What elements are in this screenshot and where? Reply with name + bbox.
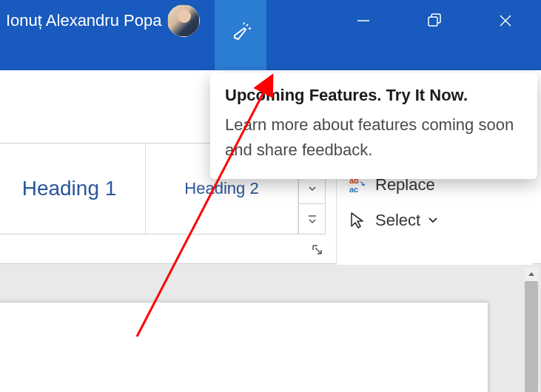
scroll-up-button[interactable] <box>525 268 538 281</box>
scroll-thumb[interactable] <box>525 281 538 392</box>
window-controls <box>328 0 541 41</box>
style-heading-1[interactable]: Heading 1 <box>0 143 146 234</box>
style-heading-1-label: Heading 1 <box>22 177 117 200</box>
close-button[interactable] <box>470 0 541 41</box>
upcoming-features-button[interactable] <box>215 0 266 70</box>
svg-text:ac: ac <box>349 185 358 194</box>
chevron-down-icon <box>428 215 438 226</box>
styles-expand[interactable] <box>299 204 325 234</box>
account-avatar[interactable] <box>167 4 200 37</box>
document-canvas[interactable] <box>0 265 541 392</box>
dialog-launcher-icon <box>311 243 324 257</box>
svg-line-0 <box>246 24 248 26</box>
svg-rect-4 <box>429 17 437 26</box>
restore-icon <box>426 13 443 29</box>
select-label: Select <box>375 211 420 230</box>
svg-line-2 <box>243 23 244 25</box>
style-heading-2-label: Heading 2 <box>184 179 258 198</box>
minimize-button[interactable] <box>328 0 399 41</box>
title-bar: Ionuț Alexandru Popa <box>0 0 541 70</box>
chevron-down-icon <box>308 184 317 193</box>
title-bar-identity: Ionuț Alexandru Popa <box>0 0 200 41</box>
styles-dialog-launcher[interactable] <box>309 242 326 258</box>
megaphone-icon <box>229 22 252 44</box>
vertical-scrollbar[interactable] <box>525 268 538 391</box>
tooltip-title: Upcoming Features. Try It Now. <box>225 86 522 105</box>
restore-button[interactable] <box>399 0 470 41</box>
cursor-icon <box>347 210 368 231</box>
expand-gallery-icon <box>307 214 317 224</box>
minimize-icon <box>356 13 371 28</box>
svg-line-1 <box>249 28 251 29</box>
account-username[interactable]: Ionuț Alexandru Popa <box>6 11 161 30</box>
triangle-up-icon <box>528 271 535 278</box>
close-icon <box>498 13 513 28</box>
select-button[interactable]: Select <box>337 203 533 238</box>
tooltip-body: Learn more about features coming soon an… <box>225 112 522 163</box>
upcoming-features-tooltip: Upcoming Features. Try It Now. Learn mor… <box>210 72 537 179</box>
document-page[interactable] <box>0 302 488 392</box>
